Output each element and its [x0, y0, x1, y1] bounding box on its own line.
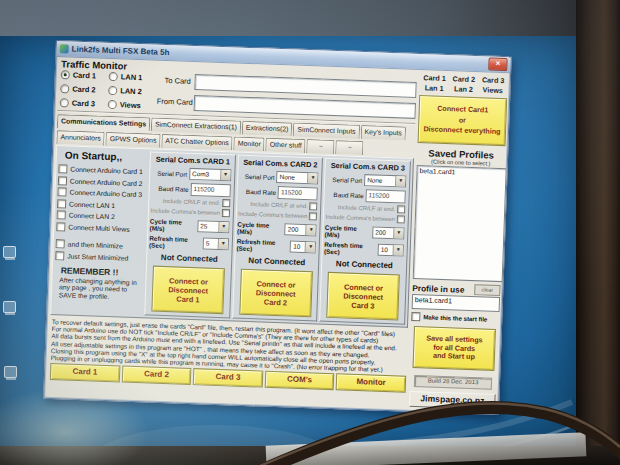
radio-label: LAN 2 [120, 86, 142, 96]
refresh-time-select[interactable]: 5 [202, 237, 228, 250]
baud-rate-value[interactable]: 115200 [278, 186, 318, 200]
radio-indicator [109, 72, 118, 81]
quick-card-3-button[interactable]: Card 3 [193, 368, 263, 387]
chevron-down-icon [218, 222, 228, 232]
checkbox-include-crlf[interactable]: Include CR/LF at end. [326, 203, 408, 214]
card-panel-title: Serial Com.s CARD 1 [152, 155, 234, 167]
checkbox-include-commas[interactable]: Include Comma's between [150, 206, 232, 217]
profile-in-use-value[interactable]: beta1.card1 [412, 294, 500, 312]
quick-card-2-button[interactable]: Card 2 [121, 366, 191, 385]
serial-port-value: None [278, 172, 308, 183]
tab-spare-1[interactable]: ~ [307, 139, 335, 154]
connection-status: Not Connected [323, 259, 405, 271]
baud-rate-label: Baud Rate [246, 188, 276, 196]
tab-communications-settings[interactable]: Communications Settings [57, 114, 150, 131]
tab-atc-chatter-options[interactable]: ATC Chatter Options [161, 134, 233, 151]
app-icon [60, 44, 69, 53]
tab-spare-2[interactable]: ~ [336, 140, 364, 155]
cycle-time-select[interactable]: 200 [285, 223, 317, 236]
from-card-label: From Card [157, 97, 193, 107]
checkbox-just-start-minimized[interactable]: Just Start Minimized [55, 250, 145, 265]
radio-card-3[interactable]: Card 3 [60, 97, 96, 109]
tab-simconnect-inputs[interactable]: SimConnect Inputs [293, 123, 360, 139]
startup-heading: On Startup,, [65, 149, 149, 163]
radio-indicator [108, 100, 117, 109]
refresh-time-value: 10 [291, 242, 305, 252]
profile-list-item[interactable]: beta1.card1 [419, 167, 503, 177]
radio-lan-1[interactable]: LAN 1 [109, 71, 143, 83]
checkbox-include-commas[interactable]: Include Comma's between [238, 210, 320, 221]
tab-keys-inputs[interactable]: Key's Inputs [360, 125, 406, 141]
card-panel-title: Serial Com.s CARD 3 [327, 161, 409, 173]
checkbox-include-crlf[interactable]: Include CR/LF at end. [151, 196, 233, 207]
saved-profiles-listbox[interactable]: beta1.card1 [413, 165, 507, 282]
checkbox-label: Connect LAN 2 [69, 212, 115, 221]
checkbox-label: Include Comma's between [326, 214, 395, 222]
quick-card-1-button[interactable]: Card 1 [50, 363, 120, 382]
photo-scene: Link2fs Multi FSX Beta 5h × Traffic Moni… [0, 0, 620, 465]
checkbox-box [57, 199, 66, 208]
tab-monitor[interactable]: Monitor [234, 136, 265, 151]
baud-rate-value[interactable]: 115200 [190, 183, 230, 197]
serial-port-select[interactable]: Com3 [189, 168, 231, 181]
radio-lan-2[interactable]: LAN 2 [108, 85, 142, 97]
chevron-down-icon [220, 170, 230, 180]
tab-gpws-options[interactable]: GPWS Options [105, 132, 160, 148]
refresh-time-label: Refresh time (Sec) [324, 241, 376, 257]
tab-simconnect-extractions-1[interactable]: SimConnect Extractions(1) [151, 117, 241, 134]
label-lan-2: Lan 2 [449, 84, 479, 94]
chevron-down-icon [307, 173, 317, 183]
serial-port-label: Serial Port [332, 175, 362, 183]
quick-coms-button[interactable]: COM's [264, 371, 334, 390]
connect-disconnect-card-3-button[interactable]: Connect or Disconnect Card 3 [326, 272, 400, 321]
chevron-down-icon [306, 225, 316, 235]
radio-card-2[interactable]: Card 2 [60, 83, 96, 95]
connect-disconnect-card-1-button[interactable]: Connect or Disconnect Card 1 [151, 266, 225, 315]
jimspage-link[interactable]: Jimspage.co.nz [409, 391, 496, 410]
checkbox-box [309, 212, 317, 220]
checkbox-make-start-file[interactable]: Make this the start file [411, 312, 499, 324]
startup-options: On Startup,, Connect Arduino Card 1 Conn… [53, 148, 148, 315]
label-card-1: Card 1 [420, 73, 450, 83]
connect-disconnect-card-2-button[interactable]: Connect or Disconnect Card 2 [239, 269, 313, 318]
serial-port-value: None [365, 175, 395, 186]
checkbox-label: Include CR/LF at end. [250, 201, 307, 209]
remember-text: After changing anything in any page , yo… [59, 276, 140, 301]
clear-profile-button[interactable]: clear [474, 284, 500, 296]
desktop-icon[interactable] [3, 246, 16, 258]
checkbox-label: Make this the start file [423, 313, 487, 322]
connect-card1-disconnect-all-button[interactable]: Connect Card1 or Disconnect everything [418, 95, 508, 146]
radio-label: Card 2 [72, 85, 96, 95]
checkbox-include-crlf[interactable]: Include CR/LF at end. [238, 200, 320, 211]
radio-indicator [108, 86, 117, 95]
checkbox-include-commas[interactable]: Include Comma's between [325, 213, 407, 224]
monitor-bezel-right [576, 0, 620, 465]
close-button[interactable]: × [488, 57, 507, 71]
to-card-input[interactable] [194, 74, 416, 98]
radio-views[interactable]: Views [108, 99, 142, 111]
baud-rate-value[interactable]: 115200 [365, 189, 405, 203]
checkbox-label: and then Minimize [68, 241, 123, 250]
checkbox-label: Include Comma's between [238, 211, 307, 219]
serial-port-label: Serial Port [245, 172, 275, 180]
checkbox-box [310, 202, 318, 210]
desktop-icon[interactable] [4, 366, 17, 378]
from-card-input[interactable] [194, 95, 416, 119]
cycle-time-label: Cycle time (M/s) [150, 217, 196, 233]
profile-in-use-label: Profile in use [412, 283, 464, 295]
cycle-time-select[interactable]: 200 [372, 226, 404, 239]
radio-card-1[interactable]: Card 1 [61, 69, 97, 81]
tab-annunciators[interactable]: Annunciators [56, 130, 105, 146]
refresh-time-select[interactable]: 10 [290, 241, 316, 254]
tab-other-stuff[interactable]: Other stuff [266, 138, 307, 153]
desktop-icon[interactable] [3, 301, 16, 313]
serial-port-select[interactable]: None [364, 174, 406, 187]
serial-port-select[interactable]: None [276, 171, 318, 184]
tab-extractions-2[interactable]: Extractions(2) [242, 121, 293, 137]
quick-monitor-button[interactable]: Monitor [336, 373, 406, 392]
baud-rate-label: Baud Rate [333, 191, 363, 199]
refresh-time-select[interactable]: 10 [378, 244, 404, 257]
cycle-time-select[interactable]: 25 [197, 220, 229, 233]
communications-settings-panel: On Startup,, Connect Arduino Card 1 Conn… [50, 145, 414, 328]
app-window: Link2fs Multi FSX Beta 5h × Traffic Moni… [43, 40, 512, 415]
